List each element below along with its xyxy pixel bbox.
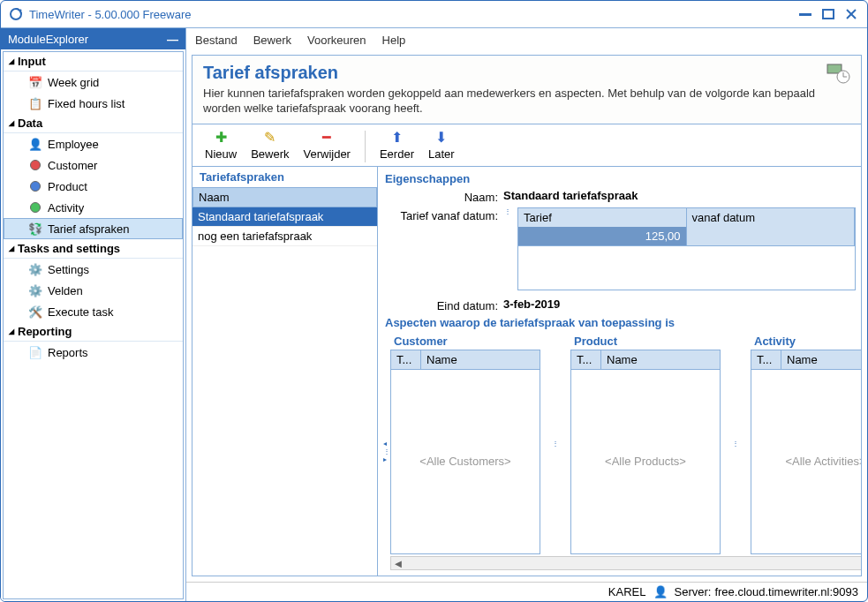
list-col-naam[interactable]: Naam (192, 187, 377, 207)
btn-verwijder[interactable]: ━Verwijder (298, 128, 355, 162)
nav-week-grid[interactable]: 📅Week grid (4, 71, 183, 93)
list-row[interactable]: nog een tariefafspraak (192, 227, 377, 246)
nav-fixed-hours[interactable]: 📋Fixed hours list (4, 93, 183, 114)
drag-handle-icon[interactable]: ⋮ (551, 333, 560, 554)
arrow-up-icon: ⬆ (389, 130, 404, 146)
svg-rect-3 (823, 10, 834, 19)
col-tarief[interactable]: Tarief (518, 208, 687, 227)
col-name[interactable]: Name (421, 350, 540, 369)
menu-bestand[interactable]: Bestand (195, 34, 238, 47)
nav-customer[interactable]: Customer (4, 154, 183, 176)
col-name[interactable]: Name (601, 350, 720, 369)
minus-icon: ━ (319, 130, 335, 146)
drag-handle-icon[interactable]: ◂⋮▸ (383, 333, 390, 570)
aspect-title: Activity (751, 333, 861, 350)
btn-eerder[interactable]: ⬆Eerder (374, 128, 419, 162)
aspect-customer: Customer T...Name <Alle Customers> (390, 333, 540, 554)
drag-handle-icon[interactable]: ⋮ (503, 207, 512, 215)
col-vanaf[interactable]: vanaf datum (687, 208, 856, 227)
tariefafspraken-list: Tariefafspraken Naam Standaard tariefafs… (192, 167, 378, 576)
window-title: TimeWriter - 5.00.000 Freeware (29, 8, 192, 21)
label-tarief-vanaf: Tarief vanaf datum: (383, 207, 498, 222)
col-t[interactable]: T... (571, 350, 601, 369)
titlebar: TimeWriter - 5.00.000 Freeware (1, 1, 867, 27)
value-eind-datum: 3-feb-2019 (503, 297, 856, 311)
red-circle-icon (28, 158, 42, 172)
aspect-placeholder: <Alle Customers> (391, 370, 540, 553)
tarief-table: Tarief vanaf datum 125,00 (517, 207, 856, 246)
statusbar: KAREL 👤 Server: free.cloud.timewriter.nl… (186, 582, 867, 601)
nav-product[interactable]: Product (4, 176, 183, 197)
properties-title: Eigenschappen (383, 169, 856, 189)
value-naam: Standaard tariefafspraak (503, 189, 856, 202)
menu-bewerk[interactable]: Bewerk (253, 34, 291, 47)
nav-tree: Input 📅Week grid 📋Fixed hours list Data … (3, 51, 184, 599)
aspects-title: Aspecten waarop de tariefafspraak van to… (383, 312, 856, 333)
menu-voorkeuren[interactable]: Voorkeuren (307, 34, 366, 47)
aspect-title: Customer (390, 333, 540, 350)
green-circle-icon (28, 200, 42, 214)
arrow-down-icon: ⬇ (434, 130, 449, 146)
module-explorer: ModuleExplorer — Input 📅Week grid 📋Fixed… (1, 28, 186, 601)
nav-settings[interactable]: ⚙️Settings (4, 259, 183, 280)
col-t[interactable]: T... (391, 350, 421, 369)
col-t[interactable]: T... (751, 350, 781, 369)
report-icon: 📄 (28, 345, 42, 359)
person-icon: 👤 (28, 137, 42, 151)
col-name[interactable]: Name (781, 350, 861, 369)
aspect-product: Product T...Name <Alle Products> (570, 333, 721, 554)
minimize-button[interactable] (796, 7, 814, 21)
nav-reports[interactable]: 📄Reports (4, 342, 183, 363)
tools-icon: 🛠️ (28, 305, 42, 319)
btn-nieuw[interactable]: ✚Nieuw (200, 128, 242, 162)
menubar: Bestand Bewerk Voorkeuren Help (186, 28, 867, 51)
header-icon (826, 63, 850, 84)
collapse-icon[interactable]: — (167, 33, 178, 46)
list-title: Tariefafspraken (192, 167, 377, 187)
nav-velden[interactable]: ⚙️Velden (4, 280, 183, 301)
list-icon: 📋 (28, 96, 42, 110)
person-icon: 👤 (653, 585, 668, 598)
cell-vanaf[interactable] (687, 227, 856, 245)
module-explorer-header: ModuleExplorer — (1, 28, 185, 49)
nav-activity[interactable]: Activity (4, 197, 183, 218)
nav-execute-task[interactable]: 🛠️Execute task (4, 301, 183, 322)
plus-icon: ✚ (213, 130, 229, 146)
list-row[interactable]: Standaard tariefafspraak (192, 207, 377, 227)
label-naam: Naam: (383, 189, 498, 204)
aspect-placeholder: <Alle Activities> (751, 370, 861, 553)
app-icon (8, 6, 24, 22)
label-eind-datum: Eind datum: (383, 297, 498, 312)
close-button[interactable] (842, 7, 860, 21)
menu-help[interactable]: Help (382, 34, 406, 47)
page-subtitle: Hier kunnen tariefafspraken worden gekop… (203, 87, 817, 117)
maximize-button[interactable] (819, 7, 837, 21)
btn-bewerk[interactable]: ✎Bewerk (245, 128, 294, 162)
status-server: free.cloud.timewriter.nl:9093 (714, 585, 858, 598)
aspect-placeholder: <Alle Products> (571, 370, 720, 553)
toolbar: ✚Nieuw ✎Bewerk ━Verwijder ⬆Eerder ⬇Later (192, 124, 861, 167)
pencil-icon: ✎ (262, 130, 278, 146)
horizontal-scrollbar[interactable]: ◄► (390, 556, 861, 570)
gear-icon: ⚙️ (28, 283, 42, 297)
cat-tasks[interactable]: Tasks and settings (4, 239, 183, 259)
module-explorer-title: ModuleExplorer (8, 33, 88, 46)
cat-data[interactable]: Data (4, 114, 183, 133)
nav-employee[interactable]: 👤Employee (4, 133, 183, 154)
scroll-left-icon[interactable]: ◄ (391, 557, 405, 570)
status-server-label: Server: (675, 585, 712, 598)
drag-handle-icon[interactable]: ⋮ (731, 333, 740, 554)
gear-icon: ⚙️ (28, 262, 42, 276)
cat-reporting[interactable]: Reporting (4, 322, 183, 342)
svg-rect-2 (799, 13, 811, 16)
cat-input[interactable]: Input (4, 52, 183, 71)
status-user: KAREL (608, 585, 646, 598)
aspect-activity: Activity T...Name <Alle Activities> (751, 333, 861, 554)
page-header: Tarief afspraken Hier kunnen tariefafspr… (192, 56, 861, 124)
blue-circle-icon (28, 179, 42, 193)
svg-marker-1 (20, 9, 22, 11)
nav-tarief-afspraken[interactable]: 💱Tarief afspraken (4, 218, 183, 239)
cell-tarief[interactable]: 125,00 (518, 227, 687, 245)
btn-later[interactable]: ⬇Later (423, 128, 460, 162)
calendar-icon: 📅 (28, 75, 42, 89)
